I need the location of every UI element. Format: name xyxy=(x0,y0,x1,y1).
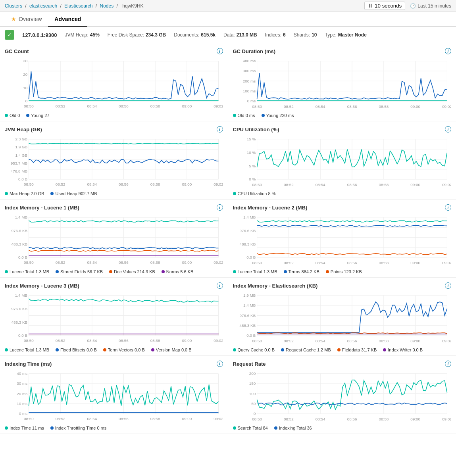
legend-item: Doc Values 214.3 KB xyxy=(109,269,155,274)
data-label: Data: xyxy=(223,32,235,38)
svg-text:08:58: 08:58 xyxy=(150,104,160,108)
chart-info-button[interactable]: i xyxy=(217,48,223,54)
svg-text:08:56: 08:56 xyxy=(347,182,357,187)
chart-panel-jvm-heap: JVM Heap (GB)i08:5008:5208:5408:5608:580… xyxy=(0,121,228,200)
svg-text:08:56: 08:56 xyxy=(119,182,129,186)
type-label: Type: xyxy=(325,32,337,38)
tabs-bar: ★ Overview Advanced xyxy=(0,12,456,27)
legend-item: Request Cache 1.2 MB xyxy=(281,347,331,352)
svg-text:08:52: 08:52 xyxy=(56,260,65,265)
legend-item: Lucene Total 1.3 MB xyxy=(233,269,277,274)
indices-label: Indices: xyxy=(265,32,281,38)
svg-text:20: 20 xyxy=(23,72,27,77)
node-stat-shards: Shards: 10 xyxy=(294,32,317,38)
svg-text:09:02: 09:02 xyxy=(442,261,451,265)
svg-text:476.8 MB: 476.8 MB xyxy=(11,169,28,173)
chart-svg-area: 08:5008:5208:5408:5608:5809:0009:021.4 M… xyxy=(233,212,452,268)
svg-text:08:52: 08:52 xyxy=(284,261,294,265)
svg-text:08:58: 08:58 xyxy=(379,104,389,109)
legend-item: Terms 884.2 KB xyxy=(284,269,319,274)
svg-text:08:56: 08:56 xyxy=(347,104,357,109)
legend-label: Old 0 ms xyxy=(238,113,255,118)
svg-text:08:58: 08:58 xyxy=(150,338,160,343)
chart-info-button[interactable]: i xyxy=(217,361,223,367)
svg-text:09:00: 09:00 xyxy=(182,260,192,265)
top-bar: Clusters / elasticsearch / Elasticsearch… xyxy=(0,0,456,12)
chart-info-button[interactable]: i xyxy=(445,204,451,211)
svg-text:09:00: 09:00 xyxy=(182,182,192,186)
legend-label: Indexing Total 36 xyxy=(279,426,312,430)
tab-overview-label: Overview xyxy=(19,16,42,22)
type-value: Master Node xyxy=(338,32,367,38)
chart-info-button[interactable]: i xyxy=(445,48,451,54)
breadcrumb: Clusters / elasticsearch / Elasticsearch… xyxy=(5,3,364,9)
svg-text:08:58: 08:58 xyxy=(379,261,389,265)
breadcrumb-elasticsearch[interactable]: elasticsearch xyxy=(29,3,57,9)
pause-icon: ⏸ xyxy=(368,3,373,9)
legend-dot xyxy=(326,270,329,273)
chart-panel-index-mem-lucene1: Index Memory - Lucene 1 (MB)i08:5008:520… xyxy=(0,200,228,278)
svg-text:300 ms: 300 ms xyxy=(242,69,255,73)
legend-item: Old 0 ms xyxy=(233,113,255,118)
legend-label: Stored Fields 56.7 KB xyxy=(60,269,103,274)
legend-label: Terms 884.2 KB xyxy=(289,269,319,274)
legend-label: Fixed Bitsets 0.0 B xyxy=(60,347,97,352)
breadcrumb-nodes[interactable]: Nodes xyxy=(100,3,114,9)
svg-text:10 %: 10 % xyxy=(246,150,256,155)
tab-overview[interactable]: ★ Overview xyxy=(5,12,48,26)
breadcrumb-node-id: hqwK9HK xyxy=(122,3,143,9)
legend-label: Query Cache 0.0 B xyxy=(238,347,275,352)
svg-text:0.0 B: 0.0 B xyxy=(246,333,256,338)
svg-text:09:02: 09:02 xyxy=(214,104,223,108)
svg-text:09:02: 09:02 xyxy=(214,416,223,421)
legend-dot xyxy=(233,192,236,195)
chart-legend: Old 0Young 27 xyxy=(5,113,223,118)
chart-info-button[interactable]: i xyxy=(217,282,223,289)
svg-text:09:02: 09:02 xyxy=(442,339,451,343)
chart-info-button[interactable]: i xyxy=(217,204,223,211)
chart-title-row: Indexing Time (ms)i xyxy=(5,361,223,367)
legend-dot xyxy=(281,348,284,351)
legend-dot xyxy=(151,348,154,351)
legend-dot xyxy=(5,348,8,351)
chart-title-row: GC Counti xyxy=(5,48,223,54)
breadcrumb-elasticsearch2[interactable]: Elasticsearch xyxy=(64,3,92,9)
svg-text:08:54: 08:54 xyxy=(315,417,325,421)
legend-item: Used Heap 902.7 MB xyxy=(50,191,97,196)
svg-text:09:00: 09:00 xyxy=(182,338,192,343)
svg-text:08:54: 08:54 xyxy=(315,182,325,187)
legend-dot xyxy=(233,426,236,430)
svg-text:30 ms: 30 ms xyxy=(17,381,27,386)
legend-dot xyxy=(233,348,236,351)
legend-label: Version Map 0.0 B xyxy=(156,347,192,352)
top-controls: ⏸ 10 seconds 🕐 Last 15 minutes xyxy=(364,2,451,10)
svg-text:5 %: 5 % xyxy=(249,164,256,168)
pause-button[interactable]: ⏸ 10 seconds xyxy=(364,2,405,10)
legend-item: Lucene Total 1.3 MB xyxy=(5,347,49,352)
node-stat-indices: Indices: 6 xyxy=(265,32,286,38)
svg-text:08:58: 08:58 xyxy=(379,339,389,343)
svg-text:08:50: 08:50 xyxy=(252,182,262,187)
svg-text:08:58: 08:58 xyxy=(150,182,160,186)
node-stat-disk: Free Disk Space: 234.3 GB xyxy=(108,32,166,38)
chart-panel-index-mem-es: Index Memory - Elasticsearch (KB)i08:500… xyxy=(228,278,456,356)
svg-text:10: 10 xyxy=(23,86,27,90)
svg-text:09:00: 09:00 xyxy=(410,417,420,421)
chart-info-button[interactable]: i xyxy=(445,126,451,132)
svg-text:1.4 MB: 1.4 MB xyxy=(15,215,28,219)
svg-text:08:54: 08:54 xyxy=(315,339,325,343)
chart-svg-area: 08:5008:5208:5408:5608:5809:0009:0230201… xyxy=(5,56,223,111)
tab-advanced[interactable]: Advanced xyxy=(48,12,87,27)
breadcrumb-clusters[interactable]: Clusters xyxy=(5,3,22,9)
indices-value: 6 xyxy=(283,32,286,38)
svg-text:08:56: 08:56 xyxy=(119,416,129,421)
chart-legend: Old 0 msYoung 220 ms xyxy=(233,113,452,118)
svg-text:08:56: 08:56 xyxy=(119,338,129,343)
chart-panel-gc-count: GC Counti08:5008:5208:5408:5608:5809:000… xyxy=(0,43,228,121)
chart-info-button[interactable]: i xyxy=(445,361,451,367)
svg-text:08:54: 08:54 xyxy=(87,338,97,343)
svg-text:100 ms: 100 ms xyxy=(242,89,255,93)
chart-info-button[interactable]: i xyxy=(445,282,451,289)
chart-info-button[interactable]: i xyxy=(217,126,223,132)
svg-text:08:58: 08:58 xyxy=(379,182,389,187)
